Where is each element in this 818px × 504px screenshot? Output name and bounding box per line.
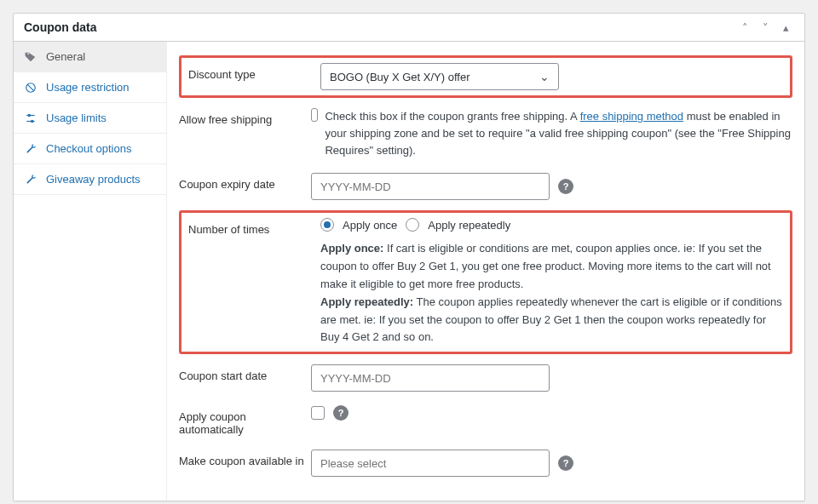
available-in-label: Make coupon available in	[179, 450, 311, 467]
block-icon	[24, 82, 37, 94]
svg-point-5	[32, 120, 33, 122]
svg-line-1	[27, 83, 34, 90]
apply-once-option: Apply once	[343, 219, 397, 232]
discount-type-select[interactable]: BOGO (Buy X Get X/Y) offer ⌄	[320, 63, 559, 90]
wrench-icon	[24, 143, 37, 155]
sidebar-tab-usage-restriction[interactable]: Usage restriction	[14, 72, 166, 103]
sidebar-tab-usage-limits[interactable]: Usage limits	[14, 103, 166, 134]
chevron-down-icon: ⌄	[539, 70, 550, 83]
sidebar-tab-giveaway-products[interactable]: Giveaway products	[14, 164, 166, 195]
free-shipping-description: Check this box if the coupon grants free…	[325, 108, 792, 159]
apply-repeatedly-option: Apply repeatedly	[428, 219, 510, 232]
discount-type-value: BOGO (Buy X Get X/Y) offer	[330, 71, 469, 83]
sidebar-tab-checkout-options[interactable]: Checkout options	[14, 134, 166, 164]
help-icon[interactable]: ?	[333, 405, 349, 421]
panel-title: Coupon data	[24, 20, 97, 34]
sidebar-item-label: Usage restriction	[46, 81, 130, 94]
sidebar-item-label: Usage limits	[46, 112, 107, 124]
panel-toggle-icon[interactable]: ▴	[777, 21, 794, 34]
expiry-date-label: Coupon expiry date	[179, 173, 311, 191]
sidebar-item-label: General	[46, 50, 85, 63]
free-shipping-method-link[interactable]: free shipping method	[580, 110, 683, 123]
panel-move-down-icon[interactable]: ˅	[757, 21, 774, 34]
free-shipping-label: Allow free shipping	[179, 108, 311, 126]
panel-header: Coupon data ˄ ˅ ▴	[14, 14, 804, 42]
number-of-times-label: Number of times	[188, 218, 320, 236]
sidebar-tab-general[interactable]: General	[14, 42, 166, 72]
sidebar-item-label: Checkout options	[46, 142, 131, 155]
sidebar: General Usage restriction Usage limits C…	[14, 42, 167, 501]
discount-type-label: Discount type	[188, 63, 320, 81]
help-icon[interactable]: ?	[558, 455, 573, 471]
apply-repeatedly-radio[interactable]	[406, 218, 419, 232]
panel-move-up-icon[interactable]: ˄	[736, 21, 753, 34]
panel-controls: ˄ ˅ ▴	[736, 21, 794, 34]
auto-apply-label: Apply coupon automatically	[179, 405, 311, 436]
help-icon[interactable]: ?	[558, 179, 573, 194]
wrench-icon	[24, 174, 37, 186]
number-of-times-help: Apply once: If cart is eligible or condi…	[320, 240, 783, 346]
form-content: Discount type BOGO (Buy X Get X/Y) offer…	[167, 42, 804, 501]
highlight-number-of-times: Number of times Apply once Apply repeate…	[179, 210, 792, 354]
sliders-icon	[24, 112, 37, 124]
apply-once-radio[interactable]	[320, 218, 334, 232]
auto-apply-checkbox[interactable]	[311, 406, 325, 420]
sidebar-item-label: Giveaway products	[46, 173, 141, 186]
highlight-discount-type: Discount type BOGO (Buy X Get X/Y) offer…	[179, 55, 792, 98]
coupon-data-panel: Coupon data ˄ ˅ ▴ General Usage restrict…	[13, 13, 805, 501]
free-shipping-checkbox[interactable]	[311, 108, 318, 122]
start-date-label: Coupon start date	[179, 364, 311, 382]
svg-point-4	[28, 114, 30, 116]
expiry-date-input[interactable]: YYYY-MM-DD	[311, 173, 550, 200]
available-in-select[interactable]: Please select	[311, 450, 550, 477]
tag-icon	[24, 51, 37, 63]
panel-body: General Usage restriction Usage limits C…	[14, 42, 804, 501]
start-date-input[interactable]: YYYY-MM-DD	[311, 364, 550, 392]
